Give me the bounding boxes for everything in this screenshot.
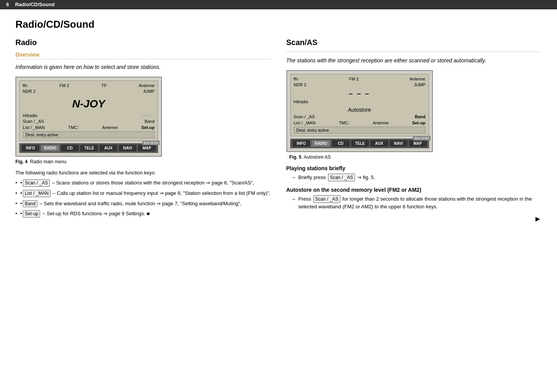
display-screen-fig4: ffn FM 2 TP Antenne NDR 2 JUMP N-JOY xyxy=(19,80,158,141)
func-btn-cd[interactable]: CD xyxy=(61,145,79,151)
row3-njoy: N-JOY xyxy=(142,113,155,118)
func-btn-radio[interactable]: RADIO xyxy=(41,145,59,151)
fig4-caption: Fig. 4 Radio main menu xyxy=(15,159,162,164)
figure-4-container: ffn FM 2 TP Antenne NDR 2 JUMP N-JOY xyxy=(15,77,271,164)
bullet-list-text: – Calls up station list or manual freque… xyxy=(53,190,271,196)
fig5-func-btn-cd[interactable]: CD xyxy=(332,140,350,147)
func-btn-navi[interactable]: NAVI xyxy=(119,145,136,151)
display-row3: Hitradio N-JOY xyxy=(23,113,155,118)
fig5-row1: ffn FM 2 Antenne xyxy=(294,77,426,81)
page-number: 6 xyxy=(6,2,9,7)
band-btn: Band xyxy=(23,200,37,208)
display-big-text: N-JOY xyxy=(23,95,155,113)
bullet-setup-text: – Set-up for RDS functions ⇒ page 9 Sett… xyxy=(42,211,150,216)
func-btn-info[interactable]: INFO xyxy=(22,145,39,151)
autostore-dash: – xyxy=(293,195,295,203)
playing-text: Briefly press Scan / _AS ⇒ fig. 5. xyxy=(298,174,375,181)
function-bar-fig5: INFO RADIO CD TELE AUX NAVI MAP xyxy=(290,139,429,148)
bullet-list-man: • List / _MAN – Calls up station list or… xyxy=(15,190,271,197)
autostore-item: – Press Scan / _AS for longer than 2 sec… xyxy=(293,195,542,211)
dest-entry-fig5: Dest. entry active xyxy=(294,127,426,134)
row5-tmc: TMC: xyxy=(68,125,79,130)
fig4-caption-fig: Fig. 4 xyxy=(15,159,27,164)
row4-scan: Scan / _AS xyxy=(23,119,44,124)
row1-tp: TP xyxy=(101,83,107,88)
figure-4-wrapper: ffn FM 2 TP Antenne NDR 2 JUMP N-JOY xyxy=(15,77,162,164)
bra-code-fig5: Bra-0030 xyxy=(413,136,430,141)
display-row5: List / _MAN TMC: Antenne Set-up xyxy=(23,125,155,130)
fig4-caption-text: Radio main menu xyxy=(30,159,66,164)
func-btn-aux[interactable]: AUX xyxy=(99,145,117,151)
scanas-intro-text: The stations with the strongest receptio… xyxy=(286,57,542,65)
row2-ndr2: NDR 2 xyxy=(23,89,35,94)
fig5-row4-scan: Scan / _AS xyxy=(294,114,315,119)
func-btn-map[interactable]: MAP xyxy=(138,145,156,151)
radio-section-heading: Radio xyxy=(15,38,271,47)
row5-antenne: Antenne xyxy=(102,125,118,130)
playing-stations-heading: Playing stations briefly xyxy=(286,165,542,171)
fig5-row1-ffn: ffn xyxy=(294,77,298,81)
top-header-bar: 6 Radio/CD/Sound xyxy=(0,0,557,9)
fig5-func-btn-info[interactable]: INFO xyxy=(293,140,310,147)
playing-stations-item: – Briefly press Scan / _AS ⇒ fig. 5. xyxy=(293,174,542,181)
fig5-dashes: – – – xyxy=(294,88,426,99)
figure-5-container: ffn FM 2 Antenne NDR 2 JUMP – – – xyxy=(286,70,542,160)
fig5-caption-text: Autostore AS xyxy=(304,154,331,160)
autostore-text: Press Scan / _AS for longer than 2 secon… xyxy=(298,195,542,211)
row3-hitradio: Hitradio xyxy=(23,113,37,118)
fig5-row5-antenne: Antenne xyxy=(373,121,389,125)
fig5-row5: List / _MAN TMC: Antenne Set-up xyxy=(294,121,426,125)
scan-as-btn-2: Scan / _AS xyxy=(328,174,355,181)
radio-display-fig4: ffn FM 2 TP Antenne NDR 2 JUMP N-JOY xyxy=(15,77,162,157)
row4-band: Band xyxy=(145,119,155,124)
fig5-row1-antenne: Antenne xyxy=(410,77,426,81)
page-title: Radio/CD/Sound xyxy=(15,18,542,30)
list-man-btn: List / _MAN xyxy=(23,190,50,197)
fig5-caption-fig: Fig. 5 xyxy=(289,154,301,160)
dest-entry-fig4: Dest. entry active xyxy=(23,131,155,138)
setup-btn: Set-up xyxy=(23,210,40,218)
function-bar-fig4: INFO RADIO CD TELE AUX NAVI MAP xyxy=(19,143,158,153)
display-row2: NDR 2 JUMP xyxy=(23,89,155,94)
function-bullets: • Scan / _AS – Scans stations or stores … xyxy=(15,179,271,218)
scan-as-btn-3: Scan / _AS xyxy=(313,195,340,203)
fig5-row2: NDR 2 JUMP xyxy=(294,82,426,87)
func-btn-tele[interactable]: TELE xyxy=(80,145,98,151)
scanas-section-heading: Scan/AS xyxy=(286,38,542,47)
row5-setup: Set-up xyxy=(141,125,155,130)
figure-5-wrapper: ffn FM 2 Antenne NDR 2 JUMP – – – xyxy=(286,70,433,160)
radio-display-fig5: ffn FM 2 Antenne NDR 2 JUMP – – – xyxy=(286,70,433,152)
fig5-row3-hitradio: Hitradio xyxy=(294,99,308,104)
row2-jump: JUMP xyxy=(143,89,155,94)
scanas-separator xyxy=(286,52,542,52)
header-section-title: Radio/CD/Sound xyxy=(15,2,55,7)
playing-arrow: ⇒ fig. 5. xyxy=(357,174,375,180)
fig5-row5-list: List / _MAN xyxy=(294,121,316,125)
fig5-row2-ndr2: NDR 2 xyxy=(294,82,306,87)
bullet-scan: • Scan / _AS – Scans stations or stores … xyxy=(15,179,271,187)
scan-as-btn-1: Scan / _AS xyxy=(23,179,50,187)
left-column: Radio Overview Information is given here… xyxy=(15,38,271,223)
bra-code-fig4: Bra-0029 xyxy=(142,141,160,145)
playing-dash: – xyxy=(293,174,295,181)
fig5-func-btn-radio[interactable]: RADIO xyxy=(311,140,330,147)
fig5-func-btn-tele[interactable]: TELE xyxy=(351,140,369,147)
bullet-scan-text: – Scans stations or stores those station… xyxy=(52,180,254,186)
body-text: The following radio functions are select… xyxy=(15,170,271,176)
row1-antenne: Antenne xyxy=(139,83,155,88)
fig5-func-btn-map[interactable]: MAP xyxy=(409,140,427,147)
display-row4: Scan / _AS Band xyxy=(23,119,155,124)
fig5-caption: Fig. 5 Autostore AS xyxy=(289,154,331,160)
bullet-band-text: – Sets the waveband and traffic radio, m… xyxy=(40,201,242,206)
fig5-autostore: Autostore xyxy=(294,105,426,114)
bullet-setup: • Set-up – Set-up for RDS functions ⇒ pa… xyxy=(15,210,271,218)
row5-list: List / _MAN xyxy=(23,125,45,130)
row1-ffn: ffn xyxy=(23,83,27,88)
fig5-row4: Scan / _AS Band xyxy=(294,114,426,119)
bullet-band: • Band – Sets the waveband and traffic r… xyxy=(15,200,271,208)
page-continue-arrow: ► xyxy=(286,214,542,223)
fig5-row4-band: Band xyxy=(415,114,426,119)
fig5-func-btn-navi[interactable]: NAVI xyxy=(390,140,407,147)
fig5-func-btn-aux[interactable]: AUX xyxy=(370,140,388,147)
fig5-row5-setup: Set-up xyxy=(412,121,425,125)
